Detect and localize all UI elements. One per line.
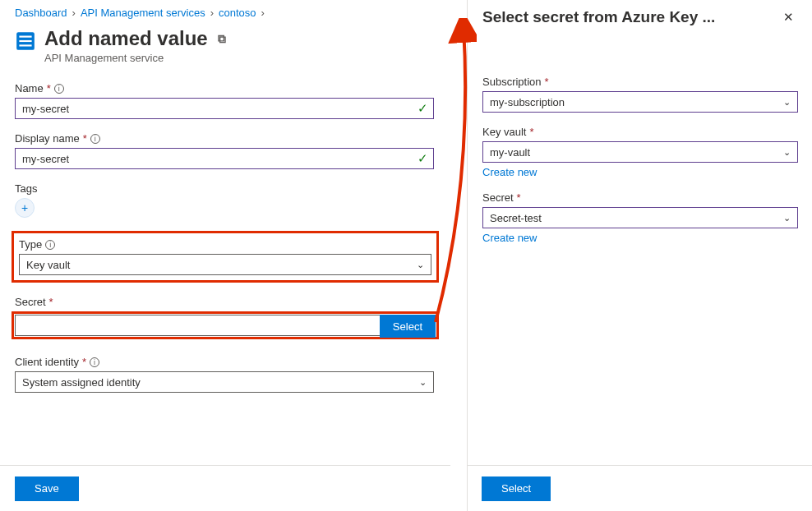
chevron-right-icon: ›: [210, 7, 214, 19]
keyvault-create-link[interactable]: Create new: [482, 166, 537, 178]
svg-rect-1: [19, 36, 31, 38]
client-identity-label: Client identity: [15, 356, 79, 368]
side-panel-title: Select secret from Azure Key ...: [482, 8, 715, 26]
client-identity-select[interactable]: System assigned identity ⌄: [15, 371, 434, 393]
field-name: Name * i my-secret ✓: [15, 82, 436, 119]
side-footer: Select: [467, 465, 812, 511]
page-title: Add named value ⧉: [44, 27, 226, 50]
display-name-label: Display name: [15, 132, 80, 145]
field-tags: Tags +: [15, 182, 436, 218]
page-title-text: Add named value: [44, 27, 208, 50]
subscription-label: Subscription: [482, 76, 542, 88]
secret-label: Secret: [15, 296, 46, 308]
subscription-value: my-subscription: [490, 96, 565, 108]
subscription-select[interactable]: my-subscription ⌄: [482, 91, 798, 113]
type-select[interactable]: Key vault ⌄: [19, 254, 431, 275]
required-icon: *: [517, 191, 521, 204]
main-footer: Save: [0, 465, 450, 511]
chevron-down-icon: ⌄: [419, 377, 427, 388]
tags-label: Tags: [15, 182, 37, 195]
chevron-down-icon: ⌄: [417, 260, 424, 270]
required-icon: *: [545, 76, 549, 88]
page-subtitle: API Management service: [44, 52, 226, 64]
info-icon[interactable]: i: [45, 240, 55, 250]
side-select-button[interactable]: Select: [482, 476, 551, 501]
required-icon: *: [529, 126, 533, 138]
main-panel: Dashboard › API Management services › co…: [0, 0, 450, 511]
secret-create-link[interactable]: Create new: [482, 232, 537, 244]
info-icon[interactable]: i: [54, 84, 64, 94]
field-subscription: Subscription * my-subscription ⌄: [482, 76, 797, 113]
close-icon[interactable]: ✕: [780, 7, 797, 28]
secret-input[interactable]: [15, 315, 380, 336]
svg-rect-3: [19, 44, 31, 46]
required-icon: *: [82, 356, 86, 368]
breadcrumb-apim[interactable]: API Management services: [81, 7, 205, 19]
named-value-icon: [15, 30, 36, 52]
chevron-right-icon: ›: [261, 7, 265, 19]
field-keyvault: Key vault * my-vault ⌄ Create new: [482, 126, 797, 178]
svg-rect-2: [19, 40, 31, 42]
name-input[interactable]: my-secret ✓: [15, 98, 434, 119]
keyvault-value: my-vault: [490, 146, 530, 159]
display-name-input-value: my-secret: [22, 153, 69, 165]
secret-select-button[interactable]: Select: [380, 315, 436, 338]
breadcrumb-dashboard[interactable]: Dashboard: [15, 7, 67, 19]
type-highlight: Type i Key vault ⌄: [12, 231, 439, 283]
side-panel: Select secret from Azure Key ... ✕ Subsc…: [467, 0, 812, 511]
name-input-value: my-secret: [22, 103, 69, 115]
side-secret-select[interactable]: Secret-test ⌄: [482, 207, 798, 228]
breadcrumb: Dashboard › API Management services › co…: [15, 7, 436, 19]
type-select-value: Key vault: [26, 259, 70, 271]
chevron-down-icon: ⌄: [783, 97, 791, 108]
chevron-down-icon: ⌄: [783, 213, 791, 223]
add-tag-button[interactable]: +: [15, 198, 35, 218]
check-icon: ✓: [418, 101, 428, 116]
check-icon: ✓: [418, 151, 428, 166]
field-client-identity: Client identity * i System assigned iden…: [15, 356, 436, 393]
side-secret-value: Secret-test: [490, 212, 542, 224]
display-name-input[interactable]: my-secret ✓: [15, 148, 434, 169]
pin-icon[interactable]: ⧉: [218, 32, 226, 46]
save-button[interactable]: Save: [15, 476, 79, 501]
info-icon[interactable]: i: [90, 357, 99, 367]
field-side-secret: Secret * Secret-test ⌄ Create new: [482, 191, 797, 244]
chevron-down-icon: ⌄: [783, 147, 791, 158]
required-icon: *: [83, 132, 87, 145]
keyvault-select[interactable]: my-vault ⌄: [482, 141, 798, 163]
keyvault-label: Key vault: [482, 126, 526, 138]
required-icon: *: [47, 82, 51, 94]
page-header: Add named value ⧉ API Management service: [15, 27, 436, 64]
required-icon: *: [49, 296, 53, 308]
type-label: Type: [19, 238, 42, 251]
breadcrumb-contoso[interactable]: contoso: [219, 7, 256, 19]
side-secret-label: Secret: [482, 191, 514, 204]
field-display-name: Display name * i my-secret ✓: [15, 132, 436, 169]
field-secret: Secret * Select: [15, 296, 436, 339]
name-label: Name: [15, 82, 44, 94]
chevron-right-icon: ›: [72, 7, 76, 19]
client-identity-value: System assigned identity: [22, 376, 141, 389]
info-icon[interactable]: i: [90, 134, 100, 144]
